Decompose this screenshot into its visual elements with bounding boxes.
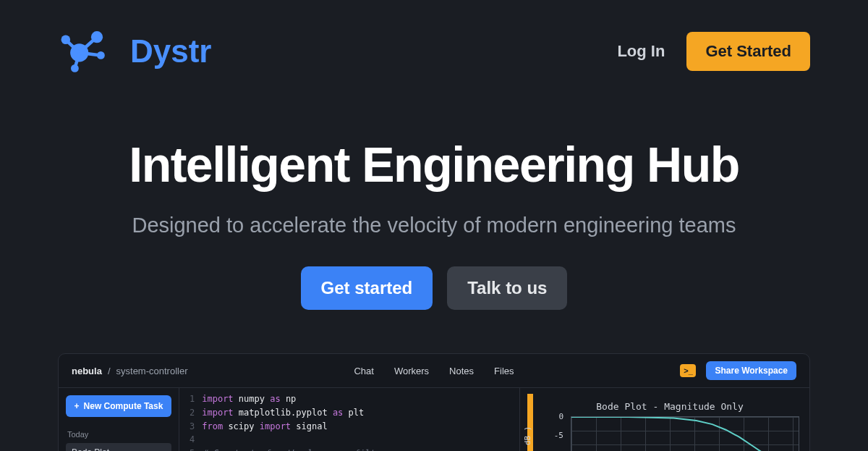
plot-curve xyxy=(571,417,799,451)
share-workspace-button[interactable]: Share Workspace xyxy=(706,361,796,380)
cta-row: Get started Talk to us xyxy=(58,266,810,310)
plus-icon: + xyxy=(75,401,80,411)
get-started-button[interactable]: Get Started xyxy=(686,32,810,71)
app-topbar: nebula / system-controller Chat Workers … xyxy=(59,354,809,388)
tab-notes[interactable]: Notes xyxy=(449,366,474,376)
plot-area: Bode Plot - Magnitude Only dB ) 0-5-10-1… xyxy=(537,394,802,451)
app-body: + New Compute Task Today Bode Plot 3p7v … xyxy=(59,388,809,451)
hero-title: Intelligent Engineering Hub xyxy=(58,139,810,190)
sidebar-section-label: Today xyxy=(66,430,171,439)
hero: Intelligent Engineering Hub Designed to … xyxy=(0,74,868,310)
plot-wrap: dB ) 0-5-10-15 xyxy=(537,416,802,451)
sidebar-item-bode-plot[interactable]: Bode Plot xyxy=(66,443,171,451)
new-task-label: New Compute Task xyxy=(84,401,163,411)
terminal-icon[interactable]: >_ xyxy=(680,364,696,377)
code-editor[interactable]: 12345678 import numpy as npimport matplo… xyxy=(179,388,520,451)
app-preview: nebula / system-controller Chat Workers … xyxy=(58,353,810,451)
plot-ylabel: dB ) xyxy=(523,426,532,446)
nav-right: Log In Get Started xyxy=(617,32,810,71)
tab-files[interactable]: Files xyxy=(494,366,514,376)
brand-name: Dystr xyxy=(130,33,212,69)
new-compute-task-button[interactable]: + New Compute Task xyxy=(66,395,171,417)
cta-talk-to-us-button[interactable]: Talk to us xyxy=(447,266,567,310)
breadcrumb: nebula / system-controller xyxy=(72,366,188,376)
plot-yticks: 0-5-10-15 xyxy=(537,416,566,451)
plot-box xyxy=(571,416,799,451)
brand[interactable]: Dystr xyxy=(58,29,212,74)
plot-title: Bode Plot - Magnitude Only xyxy=(537,401,802,412)
tab-chat[interactable]: Chat xyxy=(354,366,373,376)
hero-subtitle: Designed to accelerate the velocity of m… xyxy=(58,214,810,237)
plot-panel: Bode Plot - Magnitude Only dB ) 0-5-10-1… xyxy=(520,388,809,451)
code-content: import numpy as npimport matplotlib.pypl… xyxy=(202,392,396,451)
cta-get-started-button[interactable]: Get started xyxy=(301,266,433,310)
site-header: Dystr Log In Get Started xyxy=(0,0,868,74)
sidebar: + New Compute Task Today Bode Plot 3p7v … xyxy=(59,388,179,451)
breadcrumb-sep: / xyxy=(108,366,111,376)
login-link[interactable]: Log In xyxy=(617,42,665,61)
line-gutter: 12345678 xyxy=(179,392,202,451)
topbar-right: >_ Share Workspace xyxy=(680,361,796,380)
logo-icon xyxy=(58,29,110,74)
tab-workers[interactable]: Workers xyxy=(394,366,429,376)
breadcrumb-project[interactable]: system-controller xyxy=(116,366,188,376)
task-list: Bode Plot 3p7v Bus Noise xyxy=(66,443,171,451)
top-tabs: Chat Workers Notes Files xyxy=(354,366,514,376)
breadcrumb-org[interactable]: nebula xyxy=(72,366,102,376)
